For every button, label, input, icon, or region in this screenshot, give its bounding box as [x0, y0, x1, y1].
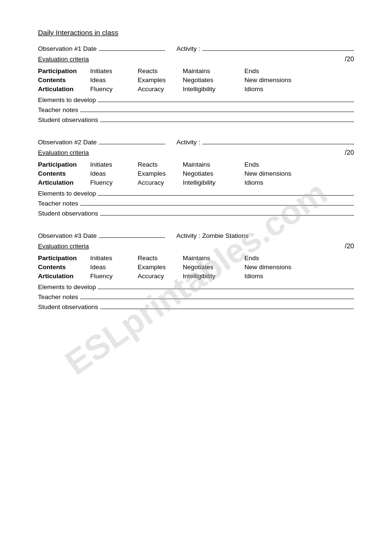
activity-label-1: Activity :	[177, 45, 200, 52]
obs-label-2: Observation #2 Date	[38, 139, 97, 146]
criteria-col4-1-1: New dimensions	[244, 76, 306, 84]
criteria-table-1: ParticipationInitiatesReactsMaintainsEnd…	[38, 67, 354, 93]
criteria-col2-2-2: Accuracy	[138, 179, 183, 186]
activity-underline-1[interactable]	[202, 50, 354, 51]
criteria-col1-3-1: Ideas	[90, 263, 138, 271]
fill-label-3-0: Elements to develop	[38, 283, 96, 291]
criteria-row-3-0: ParticipationInitiatesReactsMaintainsEnd…	[38, 254, 354, 262]
criteria-col2-1-2: Accuracy	[138, 85, 183, 93]
criteria-col2-2-1: Examples	[138, 170, 183, 177]
activity-label-3: Activity :	[177, 232, 200, 239]
fill-label-1-1: Teacher notes	[38, 106, 78, 113]
fill-label-1-2: Student observations	[38, 116, 98, 123]
criteria-col3-3-1: Negotiates	[183, 263, 244, 271]
observation-block-2: Observation #2 Date Activity :Evaluation…	[38, 139, 354, 217]
eval-criteria-label-2: Evaluation criteria	[38, 149, 89, 156]
criteria-row-1-0: ParticipationInitiatesReactsMaintainsEnd…	[38, 67, 354, 75]
eval-criteria-label-1: Evaluation criteria	[38, 56, 89, 63]
criteria-col1-3-2: Fluency	[90, 273, 138, 280]
fill-line-3-0: Elements to develop	[38, 283, 354, 291]
obs-label-1: Observation #1 Date	[38, 45, 97, 52]
date-underline-2[interactable]	[99, 144, 165, 144]
criteria-col3-3-2: Intelligibility	[183, 273, 244, 280]
fill-line-1-1: Teacher notes	[38, 106, 354, 113]
score-label-3: /20	[345, 242, 354, 250]
eval-line-3: Evaluation criteria/20	[38, 242, 354, 250]
criteria-col4-2-2: Idioms	[244, 179, 306, 186]
activity-value-3: Zombie Stations	[202, 232, 249, 239]
criteria-col3-3-0: Maintains	[183, 254, 244, 262]
eval-criteria-label-3: Evaluation criteria	[38, 243, 89, 250]
fill-underline-3-0[interactable]	[98, 289, 354, 289]
fill-underline-2-2[interactable]	[100, 215, 354, 216]
fill-label-3-1: Teacher notes	[38, 293, 78, 301]
criteria-col1-2-0: Initiates	[90, 161, 138, 168]
fill-line-3-2: Student observations	[38, 303, 354, 310]
criteria-col2-1-1: Examples	[138, 76, 183, 84]
activity-label-2: Activity :	[177, 139, 200, 146]
criteria-col2-1-0: Reacts	[138, 67, 183, 75]
fill-line-3-1: Teacher notes	[38, 293, 354, 301]
page: ESLprintables.com Daily Interactions in …	[0, 0, 392, 555]
criteria-row-2-2: ArticulationFluencyAccuracyIntelligibili…	[38, 179, 354, 186]
fill-underline-2-1[interactable]	[80, 205, 354, 206]
activity-underline-2[interactable]	[202, 144, 354, 144]
criteria-cat-2-1: Contents	[38, 170, 90, 177]
criteria-table-2: ParticipationInitiatesReactsMaintainsEnd…	[38, 161, 354, 186]
criteria-col1-2-1: Ideas	[90, 170, 138, 177]
fill-line-2-2: Student observations	[38, 210, 354, 217]
criteria-row-1-1: ContentsIdeasExamplesNegotiatesNew dimen…	[38, 76, 354, 84]
criteria-col3-2-0: Maintains	[183, 161, 244, 168]
criteria-cat-2-0: Participation	[38, 161, 90, 168]
score-label-2: /20	[345, 149, 354, 156]
criteria-col1-1-2: Fluency	[90, 85, 138, 93]
date-underline-1[interactable]	[99, 50, 165, 51]
criteria-cat-1-0: Participation	[38, 67, 90, 75]
observation-block-3: Observation #3 Date Activity : Zombie St…	[38, 232, 354, 310]
criteria-cat-2-2: Articulation	[38, 179, 90, 186]
fill-line-2-0: Elements to develop	[38, 190, 354, 197]
criteria-table-3: ParticipationInitiatesReactsMaintainsEnd…	[38, 254, 354, 280]
criteria-row-3-1: ContentsIdeasExamplesNegotiatesNew dimen…	[38, 263, 354, 271]
fill-line-1-2: Student observations	[38, 116, 354, 123]
criteria-cat-3-2: Articulation	[38, 273, 90, 280]
criteria-col2-2-0: Reacts	[138, 161, 183, 168]
criteria-col1-1-1: Ideas	[90, 76, 138, 84]
score-label-1: /20	[345, 55, 354, 63]
criteria-col4-3-2: Idioms	[244, 273, 306, 280]
fill-underline-2-0[interactable]	[98, 195, 354, 196]
criteria-col4-1-2: Idioms	[244, 85, 306, 93]
observation-block-1: Observation #1 Date Activity :Evaluation…	[38, 45, 354, 123]
eval-line-1: Evaluation criteria/20	[38, 55, 354, 63]
eval-line-2: Evaluation criteria/20	[38, 149, 354, 156]
criteria-col3-2-1: Negotiates	[183, 170, 244, 177]
criteria-col2-3-0: Reacts	[138, 254, 183, 262]
page-title: Daily Interactions in class	[38, 28, 354, 37]
criteria-col2-3-1: Examples	[138, 263, 183, 271]
criteria-cat-3-0: Participation	[38, 254, 90, 262]
fill-underline-1-1[interactable]	[80, 112, 354, 112]
criteria-col1-3-0: Initiates	[90, 254, 138, 262]
criteria-col1-2-2: Fluency	[90, 179, 138, 186]
criteria-cat-3-1: Contents	[38, 263, 90, 271]
observations-container: Observation #1 Date Activity :Evaluation…	[38, 45, 354, 310]
fill-line-2-1: Teacher notes	[38, 200, 354, 207]
criteria-row-1-2: ArticulationFluencyAccuracyIntelligibili…	[38, 85, 354, 93]
criteria-col4-1-0: Ends	[244, 67, 306, 75]
criteria-col4-2-0: Ends	[244, 161, 306, 168]
criteria-col1-1-0: Initiates	[90, 67, 138, 75]
fill-underline-3-2[interactable]	[100, 309, 354, 309]
observation-line-3: Observation #3 Date Activity : Zombie St…	[38, 232, 354, 239]
criteria-cat-1-2: Articulation	[38, 85, 90, 93]
criteria-col3-1-2: Intelligibility	[183, 85, 244, 93]
fill-underline-1-0[interactable]	[98, 102, 354, 102]
fill-label-2-2: Student observations	[38, 210, 98, 217]
criteria-col3-1-1: Negotiates	[183, 76, 244, 84]
date-underline-3[interactable]	[99, 237, 165, 238]
fill-line-1-0: Elements to develop	[38, 96, 354, 103]
fill-label-2-1: Teacher notes	[38, 200, 78, 207]
fill-underline-3-1[interactable]	[80, 299, 354, 299]
obs-label-3: Observation #3 Date	[38, 232, 97, 239]
criteria-row-2-1: ContentsIdeasExamplesNegotiatesNew dimen…	[38, 170, 354, 177]
fill-underline-1-2[interactable]	[100, 122, 354, 122]
